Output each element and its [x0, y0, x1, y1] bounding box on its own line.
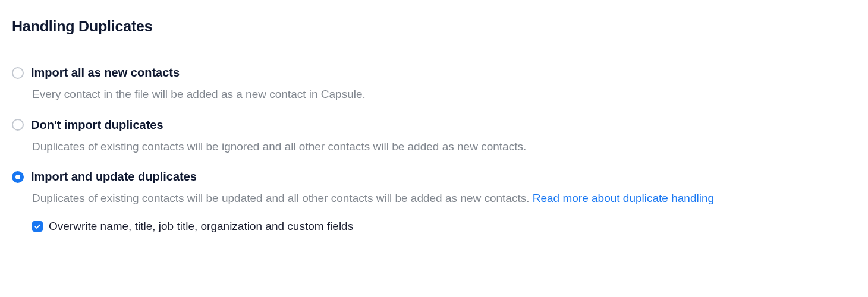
radio-import-update-duplicates[interactable] — [12, 171, 24, 183]
radio-dont-import-duplicates[interactable] — [12, 119, 24, 131]
option-head: Import all as new contacts — [12, 66, 856, 80]
option-description: Duplicates of existing contacts will be … — [32, 139, 856, 155]
option-head: Import and update duplicates — [12, 170, 856, 184]
overwrite-fields-sub-option: Overwrite name, title, job title, organi… — [32, 220, 856, 233]
duplicate-handling-options: Import all as new contacts Every contact… — [12, 66, 856, 233]
option-description: Duplicates of existing contacts will be … — [32, 191, 856, 207]
option-dont-import-duplicates: Don't import duplicates Duplicates of ex… — [12, 118, 856, 155]
read-more-link[interactable]: Read more about duplicate handling — [533, 192, 714, 204]
section-heading: Handling Duplicates — [12, 18, 856, 35]
option-title[interactable]: Don't import duplicates — [31, 118, 163, 132]
option-import-update-duplicates: Import and update duplicates Duplicates … — [12, 170, 856, 233]
option-title[interactable]: Import all as new contacts — [31, 66, 180, 80]
radio-import-all[interactable] — [12, 67, 24, 79]
checkbox-overwrite-fields[interactable] — [32, 221, 43, 232]
option-head: Don't import duplicates — [12, 118, 856, 132]
check-icon — [34, 223, 41, 230]
option-description: Every contact in the file will be added … — [32, 87, 856, 103]
overwrite-fields-label[interactable]: Overwrite name, title, job title, organi… — [49, 220, 353, 233]
option-import-all: Import all as new contacts Every contact… — [12, 66, 856, 103]
option-description-text: Duplicates of existing contacts will be … — [32, 192, 533, 204]
option-title[interactable]: Import and update duplicates — [31, 170, 197, 184]
